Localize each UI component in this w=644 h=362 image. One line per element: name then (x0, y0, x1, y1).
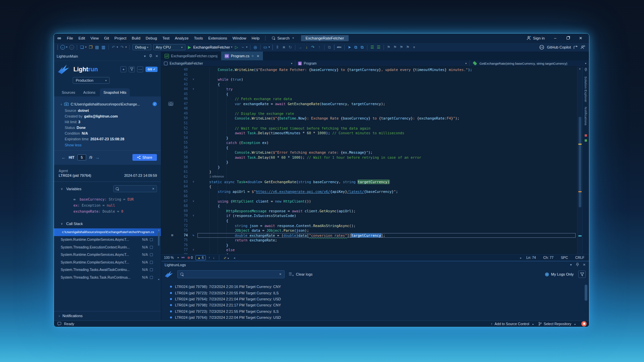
notifications-section-header[interactable]: › Notifications (54, 311, 161, 320)
pin-icon[interactable]: ⊹ (251, 54, 254, 58)
variable-row[interactable]: ex: Exception = null (54, 202, 161, 208)
close-icon[interactable]: ✕ (156, 54, 158, 58)
fold-toggle[interactable]: ∨ (190, 77, 197, 82)
tab-snapshot-hits[interactable]: Snapshot Hits (100, 88, 129, 96)
breadcrumb-segment-1[interactable]: ExchangeRateFetcher▾ (161, 60, 295, 66)
fold-toggle[interactable]: ∨ (190, 213, 197, 218)
previous-bookmark-icon[interactable]: ⚑ (392, 45, 398, 50)
clear-bookmarks-icon[interactable]: ⚑ (405, 45, 411, 50)
next-hit-icon[interactable]: → (95, 155, 100, 160)
code-snippet-icon[interactable]: ⧉ (359, 45, 365, 50)
add-to-source-control-button[interactable]: ↑ Add to Source Control ▴ (491, 322, 534, 326)
log-entry[interactable]: LTR024 (pid 79798): 7/23/2024 2:21:17 PM… (170, 302, 589, 308)
back-chevron-icon[interactable]: ‹ (61, 102, 62, 106)
environment-dropdown[interactable]: Production ▾ (73, 77, 110, 84)
snapshot-camera-icon[interactable] (168, 102, 173, 106)
tab-sources[interactable]: Sources (58, 88, 78, 96)
step-out-icon[interactable]: ↑ (316, 45, 323, 50)
spell-check-icon[interactable]: abc (336, 46, 343, 49)
menu-tools[interactable]: Tools (191, 35, 206, 41)
fold-toggle[interactable]: ∨ (190, 199, 197, 204)
call-stack-scrollbar[interactable]: ▲ ▼ (157, 228, 161, 281)
previous-issue-icon[interactable]: ↑ (209, 256, 210, 260)
snapshot-path[interactable]: C:\Users\galishalit\source\repos\Exchang… (71, 102, 140, 106)
menu-window[interactable]: Window (230, 35, 249, 41)
fold-toggle[interactable]: ∨ (190, 247, 197, 252)
previous-hit-icon[interactable]: ← (61, 155, 66, 160)
immediate-window-icon[interactable]: ▭▾ (262, 45, 271, 50)
editor-tab-program.cs[interactable]: C#Program.cs⊹✕ (221, 52, 263, 60)
close-icon[interactable]: ✕ (583, 263, 586, 267)
pin-icon[interactable] (149, 54, 152, 58)
menu-debug[interactable]: Debug (143, 35, 160, 41)
comment-selection-icon[interactable]: ☰ (369, 45, 375, 50)
menu-view[interactable]: View (88, 35, 102, 41)
toolbar-drag-handle[interactable] (57, 45, 58, 50)
menu-file[interactable]: File (64, 35, 76, 41)
minimize-button[interactable]: – (549, 34, 561, 42)
restart-icon[interactable]: ↻ (287, 45, 293, 50)
my-logs-only-toggle[interactable]: My Logs Only (545, 272, 574, 276)
log-entry[interactable]: LTR024 (pid 79723): 7/23/2024 2:21:55 PM… (170, 308, 589, 314)
fold-toggle[interactable]: ∨ (190, 87, 197, 92)
logs-scrollbar-thumb[interactable] (585, 285, 587, 301)
column-indicator[interactable]: Ch: 77 (543, 256, 553, 260)
toolbar-drag-handle[interactable] (334, 45, 335, 50)
clear-search-icon[interactable]: ✕ (152, 187, 155, 191)
call-stack-frame[interactable]: System.Runtime.CompilerServices.AsyncT..… (54, 259, 161, 266)
call-stack-frame[interactable]: System.Threading.Tasks.AwaitTaskContinu.… (54, 266, 161, 274)
log-entries[interactable]: LTR024 (pid 79798): 7/23/2024 2:20:16 PM… (161, 280, 589, 320)
tab-solution-explorer[interactable]: Solution Explorer (584, 76, 588, 102)
error-count-icon[interactable]: ⊗ 0 (187, 256, 193, 260)
scroll-up-icon[interactable]: ▲ (158, 228, 160, 232)
add-action-button[interactable]: + (120, 66, 126, 72)
more-options-icon[interactable]: ⋯ (137, 66, 143, 72)
show-less-link[interactable]: Show less (54, 142, 161, 150)
scroll-up-icon[interactable]: ▲ (577, 67, 582, 70)
logs-filter-button[interactable] (578, 271, 586, 278)
save-all-icon[interactable]: ▥ (100, 45, 107, 50)
variable-row[interactable]: ∞ baseCurrency: String = EUR (54, 196, 161, 202)
next-bookmark-icon[interactable]: ⚑ (398, 45, 405, 50)
menu-build[interactable]: Build (129, 35, 143, 41)
select-repository-button[interactable]: Select Repository ▴ (538, 322, 576, 326)
debug-config-dropdown[interactable]: Debug▾ (132, 44, 151, 50)
menu-git[interactable]: Git (101, 35, 112, 41)
share-button[interactable]: Share (132, 154, 157, 161)
eol-indicator[interactable]: CRLF (575, 256, 584, 260)
tab-actions[interactable]: Actions (80, 88, 99, 96)
variables-search-input[interactable] (121, 187, 150, 191)
fold-toggle[interactable]: ∨ (190, 179, 197, 185)
notification-bell-badge[interactable] (581, 321, 587, 327)
call-stack-frame[interactable]: System.Runtime.CompilerServices.AsyncT..… (54, 251, 161, 259)
clear-search-icon[interactable]: ✕ (279, 273, 282, 276)
menu-analyze[interactable]: Analyze (172, 35, 191, 41)
scrollbar-thumb[interactable] (158, 232, 160, 246)
log-entry[interactable]: LTR024 (pid 79723): 7/23/2024 2:20:55 PM… (170, 290, 589, 296)
breadcrumb-segment-2[interactable]: {}Program▾ (295, 60, 470, 66)
start-debug-button[interactable]: ▶ExchangeRateFetcher▾ (186, 45, 233, 50)
hot-reload-icon[interactable]: ⌁▾ (240, 45, 248, 50)
variables-search-box[interactable]: ✕ (113, 185, 157, 192)
log-entry[interactable]: LTR024 (pid 79764): 7/23/2024 2:21:04 PM… (170, 296, 589, 302)
pin-icon[interactable] (584, 68, 587, 72)
code-fix-icon[interactable]: ✐▾ (224, 256, 229, 260)
undo-icon[interactable]: ↶▾ (110, 45, 119, 50)
open-file-icon[interactable]: ❐ (87, 45, 94, 50)
call-stack-frame[interactable]: System.Runtime.CompilerServices.AsyncT..… (54, 236, 161, 244)
restore-button[interactable] (562, 34, 574, 42)
scroll-left-icon[interactable]: ◂ (234, 256, 235, 260)
scroll-down-icon[interactable]: ▼ (158, 278, 160, 281)
logs-search-box[interactable]: ✕ (177, 270, 285, 278)
pause-icon[interactable]: Ⅱ (274, 45, 281, 50)
call-stack-frame[interactable]: System.Threading.ExecutionContext.RunIn.… (54, 243, 161, 251)
navigate-backward-icon[interactable]: ←▾ (59, 45, 68, 50)
copilot-label[interactable]: GitHub Copilot (547, 45, 571, 49)
search-box[interactable]: Search ▾ (269, 35, 297, 41)
chevron-down-icon[interactable]: ▾ (570, 263, 572, 267)
selection-pointer-icon[interactable]: ➤ (346, 45, 353, 50)
share-feedback-icon[interactable] (574, 45, 578, 49)
horizontal-scrollbar[interactable]: ◂▸ (232, 256, 524, 260)
line-indicator[interactable]: Ln: 74 (526, 256, 536, 260)
spaces-indicator[interactable]: SPC (561, 256, 568, 260)
